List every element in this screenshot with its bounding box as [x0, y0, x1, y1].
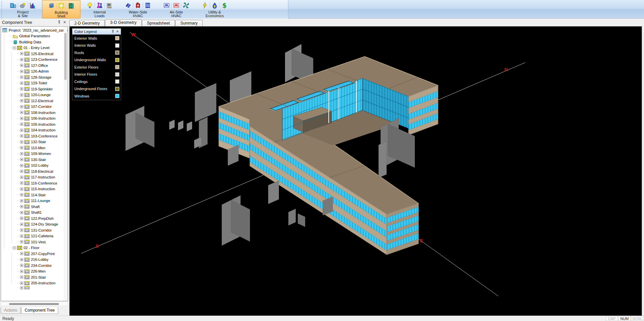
tree-item-02-floor[interactable]: 02 - Floor: [1, 245, 62, 251]
expand-icon[interactable]: [20, 111, 23, 114]
tree-item-131-corridor[interactable]: 131-Corridor: [1, 227, 62, 233]
pin-icon[interactable]: [110, 29, 115, 34]
legend-color-swatch[interactable]: [115, 72, 119, 77]
expand-icon[interactable]: [20, 70, 23, 73]
fuel-icon[interactable]: [211, 2, 218, 9]
expand-icon[interactable]: [20, 141, 23, 144]
expand-icon[interactable]: [20, 99, 23, 102]
expand-icon[interactable]: [20, 199, 23, 202]
toolbar-grip[interactable]: [1, 1, 3, 20]
tree-item-130-stair[interactable]: 130-Stair: [1, 157, 62, 163]
computer-icon[interactable]: [106, 2, 113, 9]
cooling-tower-icon[interactable]: [144, 2, 151, 9]
floors-icon[interactable]: [48, 2, 55, 9]
tree-item-global-parameters[interactable]: Global Parameters: [1, 33, 62, 39]
tree-item-122-prepdish[interactable]: 122-PrepDish: [1, 215, 62, 222]
sidebar-tab-actions[interactable]: Actions: [1, 307, 21, 314]
expand-icon[interactable]: [20, 152, 23, 155]
tree-item-104-instruction[interactable]: 104-Instruction: [1, 127, 62, 133]
expand-icon[interactable]: [20, 134, 23, 137]
tree-item-117-instruction[interactable]: 117-Instruction: [1, 174, 62, 180]
tree-item-shaft1[interactable]: Shaft1: [1, 210, 62, 216]
ribbon-group-air-side-hvac[interactable]: Air-SideHVAC: [157, 0, 195, 18]
ribbon-group-internal-loads[interactable]: InternalLoads: [80, 0, 119, 18]
tree-item-124-dry-storage[interactable]: 124-Dry Storage: [1, 222, 62, 228]
pin-icon[interactable]: [57, 20, 62, 25]
lightbulb-icon[interactable]: [86, 2, 93, 9]
tree-item-121-cafeteria[interactable]: 121-Cafeteria: [1, 233, 62, 239]
expand-icon[interactable]: [20, 146, 23, 149]
expand-icon[interactable]: [20, 170, 23, 173]
expand-icon[interactable]: [20, 264, 23, 267]
expand-icon[interactable]: [20, 82, 23, 85]
tree-vertical-scrollbar[interactable]: [64, 27, 67, 301]
tree-item-207-copyprint[interactable]: 207-CopyPrint: [1, 251, 62, 257]
collapse-icon[interactable]: [13, 46, 16, 49]
tab-2-d-geometry[interactable]: 2-D Geometry: [69, 20, 105, 26]
tree-item-106-instruction[interactable]: 106-Instruction: [1, 116, 62, 122]
expand-icon[interactable]: [20, 217, 23, 220]
sidebar-tab-component-tree[interactable]: Component Tree: [21, 307, 58, 314]
chart-icon[interactable]: [29, 2, 36, 9]
tree-item[interactable]: [1, 286, 62, 289]
tree-item-201-stair[interactable]: 201-Stair: [1, 274, 62, 280]
tree-item-114-stair[interactable]: 114-Stair: [1, 192, 62, 198]
pipes-icon[interactable]: [125, 2, 132, 9]
tree-item-234-corridor[interactable]: 234-Corridor: [1, 263, 62, 269]
close-icon[interactable]: ✕: [115, 29, 120, 34]
tree-item-101-vest-[interactable]: 101-Vest.: [1, 239, 62, 245]
tree-item-111-lounge[interactable]: 111-Lounge: [1, 198, 62, 204]
expand-icon[interactable]: [20, 188, 23, 191]
people-icon[interactable]: [96, 2, 103, 9]
tree-item-216-lobby[interactable]: 216-Lobby: [1, 257, 62, 263]
tree-item-shaft[interactable]: Shaft: [1, 204, 62, 210]
expand-icon[interactable]: [20, 211, 23, 214]
tree-item-109-women[interactable]: 109-Women: [1, 151, 62, 157]
legend-color-swatch[interactable]: [115, 65, 119, 69]
expand-icon[interactable]: [20, 282, 23, 285]
expand-icon[interactable]: [20, 240, 23, 243]
expand-icon[interactable]: [20, 252, 23, 255]
expand-icon[interactable]: [20, 193, 23, 196]
tree-horizontal-scrollbar[interactable]: [1, 302, 68, 306]
expand-icon[interactable]: [20, 176, 23, 179]
close-icon[interactable]: ✕: [62, 20, 67, 25]
expand-icon[interactable]: [20, 158, 23, 161]
cost-icon[interactable]: $: [221, 2, 228, 9]
ribbon-group-water-side-hvac[interactable]: Water-SideHVAC: [119, 0, 157, 18]
tree-item-building-data[interactable]: Building Data: [1, 39, 62, 45]
tab-spreadsheet[interactable]: Spreadsheet: [142, 20, 175, 26]
legend-color-swatch[interactable]: [115, 79, 119, 84]
heating-coil-icon[interactable]: [173, 2, 180, 9]
legend-color-swatch[interactable]: [115, 43, 119, 48]
expand-icon[interactable]: [20, 182, 23, 185]
expand-icon[interactable]: [20, 64, 23, 67]
expand-icon[interactable]: [20, 235, 23, 238]
tree-item-129-toilet[interactable]: 129-Toilet: [1, 80, 62, 86]
ribbon-group-building-shell[interactable]: BuildingShell: [42, 0, 80, 18]
tree-item-108-instruction[interactable]: 108-Instruction: [1, 110, 62, 116]
legend-color-swatch[interactable]: [115, 87, 119, 91]
tree-item-project-2023-rac-advanced-sample-[interactable]: Project: '2023_rac_advanced_sample_: [1, 27, 62, 33]
collapse-icon[interactable]: [13, 246, 16, 249]
tree-item-119-sprinkler[interactable]: 119-Sprinkler: [1, 86, 62, 92]
fan-icon[interactable]: [183, 2, 189, 9]
tree-item-116-conference[interactable]: 116-Conference: [1, 180, 62, 186]
expand-icon[interactable]: [20, 76, 23, 79]
tree-item-125-electrical[interactable]: 125-Electrical: [1, 51, 62, 57]
expand-icon[interactable]: [20, 276, 23, 279]
site-icon[interactable]: [10, 2, 16, 9]
tree-item-132-stair[interactable]: 132-Stair: [1, 139, 62, 145]
expand-icon[interactable]: [20, 117, 23, 120]
tab-summary[interactable]: Summary: [175, 20, 203, 26]
expand-icon[interactable]: [20, 223, 23, 226]
tab-3-d-geometry[interactable]: 3-D Geometry: [105, 19, 142, 26]
expand-icon[interactable]: [20, 229, 23, 232]
tree-item-205-instruction[interactable]: 205-Instruction: [1, 280, 62, 286]
expand-icon[interactable]: [20, 270, 23, 273]
cooling-coil-icon[interactable]: [163, 2, 170, 9]
tree-item-107-corridor[interactable]: 107-Corridor: [1, 104, 62, 110]
tree-item-123-conference[interactable]: 123-Conference: [1, 57, 62, 63]
window-icon[interactable]: [58, 2, 65, 9]
tree-item-102-lobby[interactable]: 102-Lobby: [1, 163, 62, 169]
